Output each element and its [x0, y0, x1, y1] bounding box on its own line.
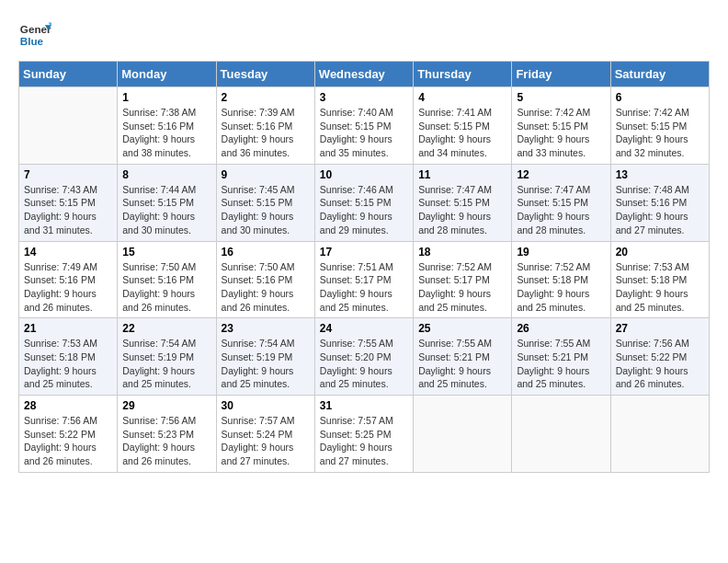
day-number: 3 — [320, 91, 408, 104]
day-number: 30 — [222, 399, 310, 412]
day-info: Sunrise: 7:45 AM Sunset: 5:15 PM Dayligh… — [222, 183, 310, 237]
svg-text:General: General — [20, 23, 51, 35]
day-info: Sunrise: 7:57 AM Sunset: 5:24 PM Dayligh… — [222, 414, 310, 468]
calendar-cell: 23Sunrise: 7:54 AM Sunset: 5:19 PM Dayli… — [216, 318, 314, 396]
calendar-cell: 16Sunrise: 7:50 AM Sunset: 5:16 PM Dayli… — [216, 241, 314, 318]
page-header: General Blue — [18, 18, 710, 52]
day-info: Sunrise: 7:52 AM Sunset: 5:17 PM Dayligh… — [418, 260, 506, 315]
calendar-cell: 18Sunrise: 7:52 AM Sunset: 5:17 PM Dayli… — [414, 241, 512, 318]
calendar-cell: 31Sunrise: 7:57 AM Sunset: 5:25 PM Dayli… — [314, 396, 413, 473]
day-info: Sunrise: 7:47 AM Sunset: 5:15 PM Dayligh… — [418, 183, 506, 237]
day-header-thursday: Thursday — [414, 62, 512, 87]
day-info: Sunrise: 7:53 AM Sunset: 5:18 PM Dayligh… — [24, 337, 112, 391]
calendar-cell — [19, 87, 118, 165]
week-row-2: 7Sunrise: 7:43 AM Sunset: 5:15 PM Daylig… — [19, 164, 710, 241]
day-number: 27 — [616, 322, 704, 335]
svg-text:Blue: Blue — [20, 35, 44, 47]
day-number: 28 — [24, 399, 112, 412]
day-info: Sunrise: 7:39 AM Sunset: 5:16 PM Dayligh… — [222, 106, 310, 160]
calendar-cell: 26Sunrise: 7:55 AM Sunset: 5:21 PM Dayli… — [512, 318, 610, 396]
calendar-cell: 2Sunrise: 7:39 AM Sunset: 5:16 PM Daylig… — [216, 87, 314, 165]
calendar-cell — [414, 396, 512, 473]
day-number: 13 — [616, 168, 704, 181]
day-number: 21 — [24, 322, 112, 335]
day-number: 8 — [122, 168, 210, 181]
calendar-cell: 25Sunrise: 7:55 AM Sunset: 5:21 PM Dayli… — [414, 318, 512, 396]
calendar-cell: 14Sunrise: 7:49 AM Sunset: 5:16 PM Dayli… — [19, 241, 118, 318]
day-number: 5 — [517, 91, 605, 104]
day-number: 31 — [320, 399, 408, 412]
calendar-cell: 8Sunrise: 7:44 AM Sunset: 5:15 PM Daylig… — [118, 164, 216, 241]
day-info: Sunrise: 7:56 AM Sunset: 5:22 PM Dayligh… — [24, 414, 112, 468]
week-row-3: 14Sunrise: 7:49 AM Sunset: 5:16 PM Dayli… — [19, 241, 710, 318]
calendar-cell: 9Sunrise: 7:45 AM Sunset: 5:15 PM Daylig… — [216, 164, 314, 241]
week-row-5: 28Sunrise: 7:56 AM Sunset: 5:22 PM Dayli… — [19, 396, 710, 473]
calendar-cell: 1Sunrise: 7:38 AM Sunset: 5:16 PM Daylig… — [118, 87, 216, 165]
calendar-cell: 13Sunrise: 7:48 AM Sunset: 5:16 PM Dayli… — [610, 164, 709, 241]
day-info: Sunrise: 7:55 AM Sunset: 5:21 PM Dayligh… — [418, 337, 506, 391]
calendar-body: 1Sunrise: 7:38 AM Sunset: 5:16 PM Daylig… — [19, 87, 710, 473]
logo: General Blue — [18, 18, 51, 52]
day-number: 22 — [122, 322, 210, 335]
calendar-cell: 22Sunrise: 7:54 AM Sunset: 5:19 PM Dayli… — [118, 318, 216, 396]
day-number: 7 — [24, 168, 112, 181]
day-header-monday: Monday — [118, 62, 216, 87]
day-number: 23 — [222, 322, 310, 335]
day-number: 25 — [418, 322, 506, 335]
day-header-saturday: Saturday — [610, 62, 709, 87]
day-header-friday: Friday — [512, 62, 610, 87]
calendar-cell: 21Sunrise: 7:53 AM Sunset: 5:18 PM Dayli… — [19, 318, 118, 396]
day-number: 18 — [418, 246, 506, 259]
calendar-cell: 30Sunrise: 7:57 AM Sunset: 5:24 PM Dayli… — [216, 396, 314, 473]
week-row-4: 21Sunrise: 7:53 AM Sunset: 5:18 PM Dayli… — [19, 318, 710, 396]
calendar-cell: 29Sunrise: 7:56 AM Sunset: 5:23 PM Dayli… — [118, 396, 216, 473]
calendar-header: SundayMondayTuesdayWednesdayThursdayFrid… — [19, 62, 710, 87]
logo-icon: General Blue — [18, 18, 51, 52]
day-number: 14 — [24, 246, 112, 259]
calendar-cell — [512, 396, 610, 473]
day-header-wednesday: Wednesday — [314, 62, 413, 87]
day-info: Sunrise: 7:46 AM Sunset: 5:15 PM Dayligh… — [320, 183, 408, 237]
day-info: Sunrise: 7:40 AM Sunset: 5:15 PM Dayligh… — [320, 106, 408, 160]
calendar-cell: 7Sunrise: 7:43 AM Sunset: 5:15 PM Daylig… — [19, 164, 118, 241]
day-info: Sunrise: 7:52 AM Sunset: 5:18 PM Dayligh… — [517, 260, 605, 315]
day-info: Sunrise: 7:41 AM Sunset: 5:15 PM Dayligh… — [418, 106, 506, 160]
calendar-cell: 28Sunrise: 7:56 AM Sunset: 5:22 PM Dayli… — [19, 396, 118, 473]
calendar-cell: 17Sunrise: 7:51 AM Sunset: 5:17 PM Dayli… — [314, 241, 413, 318]
day-info: Sunrise: 7:42 AM Sunset: 5:15 PM Dayligh… — [517, 106, 605, 160]
day-number: 24 — [320, 322, 408, 335]
day-info: Sunrise: 7:48 AM Sunset: 5:16 PM Dayligh… — [616, 183, 704, 237]
day-info: Sunrise: 7:57 AM Sunset: 5:25 PM Dayligh… — [320, 414, 408, 468]
day-info: Sunrise: 7:55 AM Sunset: 5:21 PM Dayligh… — [517, 337, 605, 391]
day-info: Sunrise: 7:54 AM Sunset: 5:19 PM Dayligh… — [122, 337, 210, 391]
day-info: Sunrise: 7:51 AM Sunset: 5:17 PM Dayligh… — [320, 260, 408, 315]
week-row-1: 1Sunrise: 7:38 AM Sunset: 5:16 PM Daylig… — [19, 87, 710, 165]
day-number: 26 — [517, 322, 605, 335]
day-number: 17 — [320, 246, 408, 259]
day-info: Sunrise: 7:54 AM Sunset: 5:19 PM Dayligh… — [222, 337, 310, 391]
day-number: 2 — [222, 91, 310, 104]
day-info: Sunrise: 7:50 AM Sunset: 5:16 PM Dayligh… — [122, 260, 210, 315]
day-number: 19 — [517, 246, 605, 259]
calendar-cell: 3Sunrise: 7:40 AM Sunset: 5:15 PM Daylig… — [314, 87, 413, 165]
day-number: 12 — [517, 168, 605, 181]
day-number: 9 — [222, 168, 310, 181]
day-header-sunday: Sunday — [19, 62, 118, 87]
calendar-cell: 20Sunrise: 7:53 AM Sunset: 5:18 PM Dayli… — [610, 241, 709, 318]
header-row: SundayMondayTuesdayWednesdayThursdayFrid… — [19, 62, 710, 87]
day-info: Sunrise: 7:56 AM Sunset: 5:23 PM Dayligh… — [122, 414, 210, 468]
calendar-cell: 27Sunrise: 7:56 AM Sunset: 5:22 PM Dayli… — [610, 318, 709, 396]
calendar-cell: 11Sunrise: 7:47 AM Sunset: 5:15 PM Dayli… — [414, 164, 512, 241]
day-info: Sunrise: 7:56 AM Sunset: 5:22 PM Dayligh… — [616, 337, 704, 391]
day-info: Sunrise: 7:42 AM Sunset: 5:15 PM Dayligh… — [616, 106, 704, 160]
calendar-cell: 15Sunrise: 7:50 AM Sunset: 5:16 PM Dayli… — [118, 241, 216, 318]
day-number: 11 — [418, 168, 506, 181]
day-info: Sunrise: 7:44 AM Sunset: 5:15 PM Dayligh… — [122, 183, 210, 237]
day-number: 15 — [122, 246, 210, 259]
calendar-cell: 12Sunrise: 7:47 AM Sunset: 5:15 PM Dayli… — [512, 164, 610, 241]
day-info: Sunrise: 7:49 AM Sunset: 5:16 PM Dayligh… — [24, 260, 112, 315]
day-info: Sunrise: 7:53 AM Sunset: 5:18 PM Dayligh… — [616, 260, 704, 315]
day-header-tuesday: Tuesday — [216, 62, 314, 87]
calendar-cell: 4Sunrise: 7:41 AM Sunset: 5:15 PM Daylig… — [414, 87, 512, 165]
day-info: Sunrise: 7:47 AM Sunset: 5:15 PM Dayligh… — [517, 183, 605, 237]
